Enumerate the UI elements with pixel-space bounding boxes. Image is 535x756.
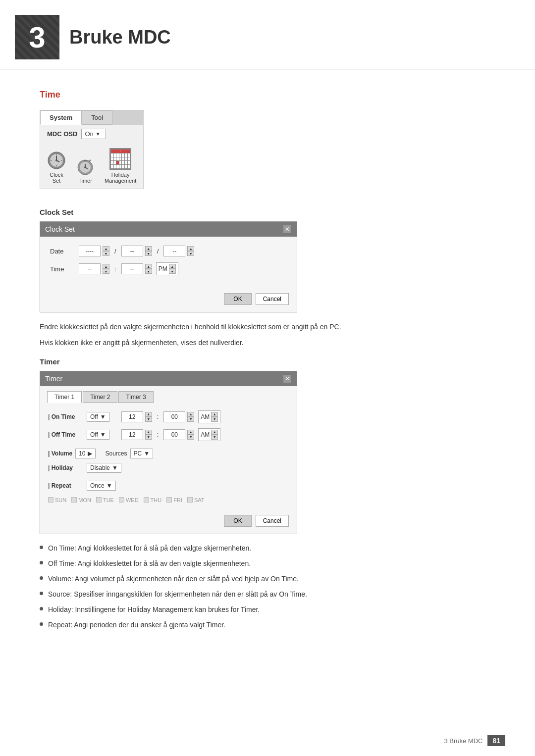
day-tue-label: TUE [103,497,114,503]
day-sat-checkbox[interactable] [187,497,193,503]
clock-set-cancel-btn[interactable]: Cancel [256,293,289,305]
off-time-h[interactable]: 12 [121,429,143,440]
off-time-m-down[interactable]: ▼ [187,435,194,440]
bullet-dot-2 [40,561,43,564]
mdc-osd-value: On [85,130,93,138]
timer-tab2[interactable]: Timer 2 [83,391,117,403]
on-time-m-down[interactable]: ▼ [187,417,194,422]
on-time-h-up[interactable]: ▲ [145,412,152,417]
main-content: Time System Tool MDC OSD On ▼ [0,70,535,659]
date-val2[interactable]: -- [121,246,143,256]
date-spin-btns2: ▲ ▼ [145,246,152,256]
day-thu-checkbox[interactable] [144,497,149,503]
day-fri: FRI [166,497,182,503]
sources-select[interactable]: PC ▼ [130,449,154,458]
time-spin-up1[interactable]: ▲ [103,264,109,269]
holiday-icon-item[interactable]: ⚐ HolidayManagement [105,148,136,184]
timer-cancel-btn[interactable]: Cancel [256,515,289,527]
volume-control[interactable]: 10 ▶ [75,449,95,458]
bullet-item-1: On Time: Angi klokkeslettet for å slå på… [40,543,495,554]
day-sun: SUN [48,497,66,503]
off-time-h-up[interactable]: ▲ [145,430,152,435]
date-spin-up3[interactable]: ▲ [187,246,194,251]
on-time-m[interactable]: 00 [163,411,185,422]
day-fri-checkbox[interactable] [166,497,172,503]
timer-titlebar: Timer ✕ [40,371,297,386]
off-time-h-down[interactable]: ▼ [145,435,152,440]
mdc-osd-arrow: ▼ [96,131,101,137]
time-ampm-down[interactable]: ▼ [169,269,176,274]
time-val1[interactable]: -- [79,263,101,274]
footer-page-number: 81 [487,735,505,746]
day-mon-checkbox[interactable] [71,497,77,503]
day-tue-checkbox[interactable] [96,497,102,503]
clock-set-close-btn[interactable]: ✕ [283,225,292,234]
off-ampm-down[interactable]: ▼ [211,435,218,440]
time-ampm-select[interactable]: PM ▲ ▼ [156,262,178,275]
svg-point-4 [55,159,57,161]
sources-group: Sources PC ▼ [106,449,154,458]
clock-set-footer: OK Cancel [40,290,297,312]
on-time-h-down[interactable]: ▼ [145,417,152,422]
off-time-arrow: ▼ [100,431,106,438]
date-spin-down1[interactable]: ▼ [103,251,109,256]
date-spin-up1[interactable]: ▲ [103,246,109,251]
date-val1[interactable]: ---- [79,246,101,256]
timer-close-btn[interactable]: ✕ [283,374,292,383]
repeat-select[interactable]: Once ▼ [87,481,116,491]
bullet-item-4: Source: Spesifiser inngangskilden for sk… [40,589,495,600]
off-time-m-up[interactable]: ▲ [187,430,194,435]
timer-tab3[interactable]: Timer 3 [118,391,153,403]
repeat-row: Repeat Once ▼ [40,478,297,493]
time-ampm-value: PM [159,265,167,272]
bullet-dot-4 [40,592,43,595]
date-spin-btns3: ▲ ▼ [187,246,194,256]
chapter-number: 3 [29,20,45,54]
on-ampm-down[interactable]: ▼ [211,417,218,422]
day-wed-label: WED [126,497,139,503]
date-spin-group1: ---- ▲ ▼ [79,246,109,256]
off-time-ampm[interactable]: AM ▲ ▼ [198,428,220,441]
timer-icon-item[interactable]: Timer [76,157,95,184]
on-time-ampm[interactable]: AM ▲ ▼ [198,410,220,423]
time-ampm-up[interactable]: ▲ [169,264,176,269]
time-spin-down2[interactable]: ▼ [145,269,152,274]
bullet-text-3: Volume: Angi volumet på skjermenheten nå… [48,574,299,584]
off-time-m[interactable]: 00 [163,429,185,440]
bullet-item-3: Volume: Angi volumet på skjermenheten nå… [40,574,495,584]
day-sun-checkbox[interactable] [48,497,54,503]
holiday-select[interactable]: Disable ▼ [87,463,121,473]
date-val3[interactable]: -- [163,246,185,256]
clock-icon-item[interactable]: ClockSet [47,151,66,184]
timer-tab1[interactable]: Timer 1 [47,391,82,403]
timer-ok-btn[interactable]: OK [224,515,251,527]
bullet-item-2: Off Time: Angi klokkeslettet for å slå a… [40,558,495,569]
date-spin-down3[interactable]: ▼ [187,251,194,256]
time-spin-up2[interactable]: ▲ [145,264,152,269]
sources-val: PC [134,450,142,457]
day-wed-checkbox[interactable] [119,497,124,503]
timer-title: Timer [45,375,62,383]
bullet-item-5: Holiday: Innstillingene for Holiday Mana… [40,605,495,615]
time-spin-down1[interactable]: ▼ [103,269,109,274]
off-ampm-up[interactable]: ▲ [211,430,218,435]
clock-set-ok-btn[interactable]: OK [224,293,251,305]
tab-system[interactable]: System [40,110,82,125]
repeat-label: Repeat [48,482,83,489]
on-time-h[interactable]: 12 [121,411,143,422]
off-time-select[interactable]: Off ▼ [87,430,109,440]
date-sep2: / [156,248,160,255]
on-time-m-up[interactable]: ▲ [187,412,194,417]
mdc-osd-select[interactable]: On ▼ [81,129,106,139]
on-ampm-up[interactable]: ▲ [211,412,218,417]
date-spin-up2[interactable]: ▲ [145,246,152,251]
date-spin-down2[interactable]: ▼ [145,251,152,256]
volume-arrow-right[interactable]: ▶ [88,450,92,457]
tab-tool[interactable]: Tool [82,110,112,125]
time-spin-group2: -- ▲ ▼ [121,263,152,274]
time-val2[interactable]: -- [121,263,143,274]
on-time-select[interactable]: Off ▼ [87,412,109,422]
system-tool-ui: System Tool MDC OSD On ▼ [40,110,144,189]
day-sat: SAT [187,497,205,503]
day-sun-label: SUN [55,497,66,503]
